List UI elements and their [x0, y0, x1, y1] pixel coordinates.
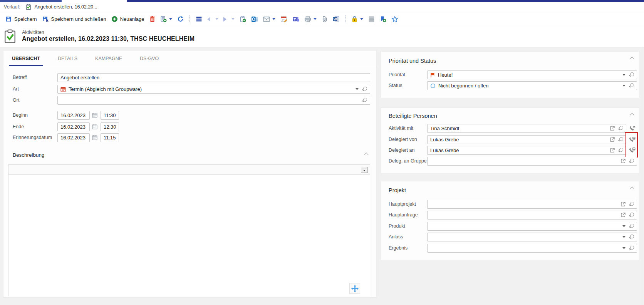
panel-collapse-icon[interactable]: [630, 186, 634, 189]
produkt-dropdown-chevron-icon[interactable]: [622, 225, 626, 227]
panel-collapse-icon[interactable]: [630, 113, 634, 116]
copy-dropdown-chevron-icon[interactable]: [169, 18, 172, 20]
status-field[interactable]: Nicht begonnen / offen: [427, 81, 637, 90]
editor-dropdown-button[interactable]: [361, 167, 368, 173]
anlass-dropdown-chevron-icon[interactable]: [622, 236, 626, 238]
tab-uebersicht[interactable]: ÜBERSICHT: [12, 51, 40, 66]
history-tab[interactable]: Angebot erstellen, 16.02.20...: [25, 4, 97, 10]
ergebnis-field[interactable]: [427, 244, 637, 253]
attachment-button[interactable]: [321, 15, 329, 23]
deleg-an-gruppe-search-icon[interactable]: [629, 159, 634, 164]
teams-button[interactable]: [292, 15, 300, 24]
deleg-an-gruppe-field[interactable]: [427, 157, 637, 166]
editor-move-handle[interactable]: [349, 283, 360, 294]
save-and-close-button[interactable]: Speichern und schließen: [41, 15, 107, 23]
anlass-field[interactable]: [427, 233, 637, 241]
open-record-icon[interactable]: [610, 148, 615, 153]
delegiert-an-field[interactable]: Lukas Grebe: [427, 146, 626, 155]
ende-date-input[interactable]: [57, 122, 90, 131]
art-search-icon[interactable]: [362, 87, 367, 92]
hamburger-menu-icon: [196, 16, 202, 22]
open-record-icon[interactable]: [610, 126, 615, 131]
ort-field[interactable]: [57, 96, 370, 105]
record-tabs: ÜBERSICHT DETAILS KAMPAGNE DS-GVO: [3, 51, 376, 66]
back-history-dropdown[interactable]: [215, 17, 219, 21]
forward-history-dropdown[interactable]: [231, 17, 235, 21]
print-dropdown-chevron-icon[interactable]: [314, 18, 317, 20]
refresh-button[interactable]: [176, 15, 184, 23]
send-email-button[interactable]: [262, 15, 276, 23]
delegiert-von-search-icon[interactable]: [618, 137, 623, 142]
menu-button[interactable]: [195, 15, 203, 23]
beginn-date-input[interactable]: [57, 111, 90, 120]
ende-time-input[interactable]: [101, 122, 119, 131]
ort-search-icon[interactable]: [362, 98, 367, 103]
plus-circle-icon: [111, 16, 118, 22]
permissions-dropdown-chevron-icon[interactable]: [360, 18, 363, 20]
beginn-time-input[interactable]: [101, 111, 119, 120]
betreff-input[interactable]: [57, 73, 370, 82]
hauptanfrage-search-icon[interactable]: [629, 213, 634, 218]
email-dropdown-chevron-icon[interactable]: [272, 18, 275, 20]
erinnerung-datepicker-icon[interactable]: [92, 135, 97, 140]
status-dropdown-chevron-icon[interactable]: [622, 85, 626, 87]
bookmark-add-button[interactable]: [379, 15, 387, 23]
teams-icon: [292, 16, 299, 23]
hauptanfrage-field[interactable]: [427, 211, 637, 220]
aktivitaet-mit-field[interactable]: Tina Schmidt: [427, 124, 626, 133]
svg-text:W: W: [334, 17, 337, 21]
beginn-datepicker-icon[interactable]: [92, 112, 97, 118]
app-window: Verlauf: Angebot erstellen, 16.02.20... …: [0, 0, 644, 305]
tab-kampagne[interactable]: KAMPAGNE: [95, 51, 122, 66]
print-button[interactable]: [304, 15, 317, 23]
status-search-icon[interactable]: [629, 83, 634, 88]
ergebnis-dropdown-chevron-icon[interactable]: [622, 247, 626, 249]
open-record-icon[interactable]: [621, 213, 626, 218]
new-activity-button[interactable]: [239, 15, 247, 23]
teams-call-icon[interactable]: [628, 135, 636, 144]
delete-button[interactable]: [149, 15, 156, 23]
copy-with-new-button[interactable]: [159, 15, 173, 23]
anlass-search-icon[interactable]: [629, 235, 634, 240]
word-export-button[interactable]: W: [332, 15, 340, 23]
produkt-field[interactable]: [427, 222, 637, 231]
tab-dsgvo[interactable]: DS-GVO: [140, 51, 159, 66]
art-field[interactable]: Termin (Abgleich mit Groupware): [57, 85, 370, 94]
beschreibung-editor[interactable]: [8, 164, 370, 296]
open-record-icon[interactable]: [621, 202, 626, 207]
back-button[interactable]: [206, 16, 211, 23]
delegiert-an-search-icon[interactable]: [618, 148, 623, 153]
prioritaet-search-icon[interactable]: [629, 72, 634, 77]
aktivitaet-mit-value: Tina Schmidt: [430, 126, 607, 131]
tab-details[interactable]: DETAILS: [58, 51, 77, 66]
save-button[interactable]: Speichern: [5, 15, 38, 23]
new-record-button[interactable]: Neuanlage: [111, 15, 145, 23]
save-and-close-icon: [42, 16, 49, 22]
main-toolbar: Speichern Speichern und schließen Neuanl…: [0, 12, 644, 26]
ende-datepicker-icon[interactable]: [92, 124, 97, 129]
produkt-search-icon[interactable]: [629, 224, 634, 229]
ergebnis-search-icon[interactable]: [629, 246, 634, 251]
erinnerung-date-input[interactable]: [57, 133, 90, 142]
permissions-button[interactable]: [351, 15, 364, 23]
new-record-label: Neuanlage: [120, 16, 144, 22]
hauptprojekt-field[interactable]: [427, 200, 637, 209]
open-record-icon[interactable]: [621, 159, 626, 164]
call-forward-icon[interactable]: [628, 124, 636, 133]
open-record-icon[interactable]: [610, 137, 615, 142]
erinnerung-time-input[interactable]: [101, 133, 119, 142]
prioritaet-field[interactable]: Heute!: [427, 70, 637, 79]
hauptprojekt-search-icon[interactable]: [629, 202, 634, 207]
teams-call-icon[interactable]: [628, 146, 636, 155]
outlook-button[interactable]: [250, 15, 259, 24]
forward-button[interactable]: [223, 16, 227, 23]
panel-collapse-icon[interactable]: [630, 57, 634, 60]
aktivitaet-mit-search-icon[interactable]: [618, 126, 623, 131]
art-dropdown-chevron-icon[interactable]: [356, 88, 359, 90]
appointment-edit-button[interactable]: [280, 15, 288, 23]
delegiert-von-field[interactable]: Lukas Grebe: [427, 135, 626, 144]
favorite-button[interactable]: [391, 15, 399, 23]
beschreibung-collapse-icon[interactable]: [364, 152, 369, 156]
archive-button[interactable]: [367, 15, 376, 23]
prioritaet-dropdown-chevron-icon[interactable]: [622, 74, 626, 76]
